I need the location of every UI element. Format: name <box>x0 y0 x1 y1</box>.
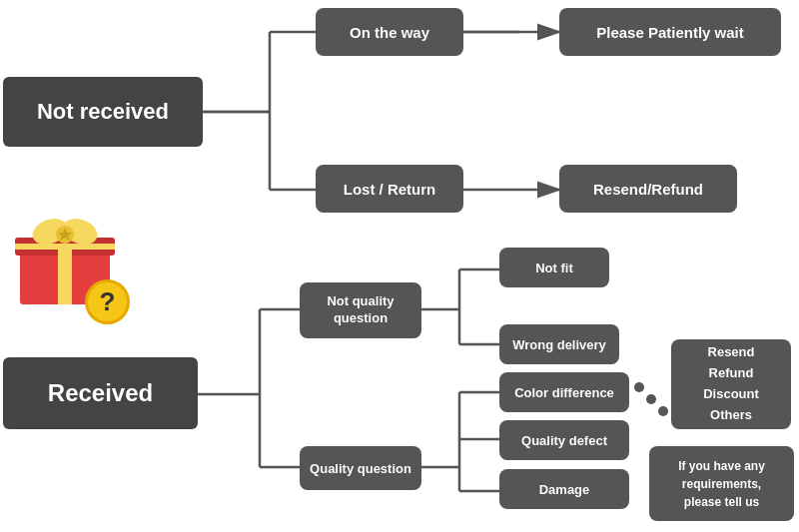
requirements-label: If you have anyrequirements,please tell … <box>678 457 765 511</box>
quality-question-node: Quality question <box>300 446 421 490</box>
quality-defect-node: Quality defect <box>499 420 629 460</box>
svg-point-27 <box>646 394 656 404</box>
not-quality-node: Not qualityquestion <box>300 282 421 338</box>
flowchart: Not received On the way Please Patiently… <box>0 0 799 532</box>
resend-refund-top-node: Resend/Refund <box>559 165 737 213</box>
on-the-way-node: On the way <box>316 8 463 56</box>
received-node: Received <box>3 357 198 429</box>
color-difference-node: Color difference <box>499 372 629 412</box>
question-mark-icon: ? <box>85 279 130 324</box>
resend-refund-bottom-node: ResendRefundDiscountOthers <box>671 339 791 429</box>
lost-return-node: Lost / Return <box>316 165 463 213</box>
svg-point-28 <box>658 406 668 416</box>
svg-rect-32 <box>15 244 115 250</box>
requirements-node: If you have anyrequirements,please tell … <box>649 446 794 521</box>
not-quality-label: Not qualityquestion <box>327 293 394 327</box>
not-received-node: Not received <box>3 77 203 147</box>
resend-refund-bottom-label: ResendRefundDiscountOthers <box>703 342 759 425</box>
svg-rect-31 <box>58 250 72 304</box>
please-wait-node: Please Patiently wait <box>559 8 781 56</box>
damage-node: Damage <box>499 469 629 509</box>
wrong-delivery-node: Wrong delivery <box>499 324 619 364</box>
not-fit-node: Not fit <box>499 248 609 287</box>
svg-point-26 <box>634 382 644 392</box>
